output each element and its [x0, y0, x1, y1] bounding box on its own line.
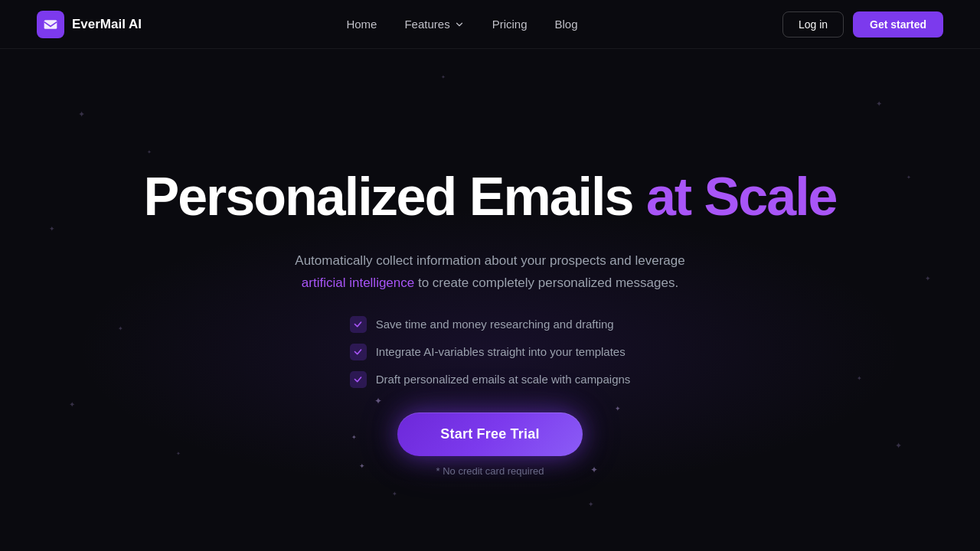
no-credit-card-text: * No credit card required [436, 465, 544, 477]
cta-star-5: ✦ [351, 434, 357, 441]
hero-title-white: Personalized Emails [143, 167, 632, 227]
checklist-label-3: Draft personalized emails at scale with … [376, 373, 631, 386]
cta-star-3: ✦ [359, 462, 365, 470]
deco-star: ✦ [441, 74, 446, 80]
nav-link-blog[interactable]: Blog [555, 18, 578, 31]
deco-star: ✦ [857, 375, 862, 382]
nav-item-features[interactable]: Features [404, 18, 464, 31]
nav-link-home[interactable]: Home [346, 18, 377, 31]
hero-title-purple: at Scale [646, 167, 837, 227]
subtitle-text-before: Automatically collect information about … [295, 253, 684, 268]
nav-link-pricing[interactable]: Pricing [492, 18, 528, 31]
hero-subtitle: Automatically collect information about … [295, 250, 684, 295]
nav-item-pricing[interactable]: Pricing [492, 18, 528, 31]
deco-star: ✦ [147, 149, 152, 155]
nav-actions: Log in Get started [782, 11, 943, 37]
navbar: EverMail AI Home Features Pricing Blog L… [0, 0, 980, 49]
deco-star: ✦ [906, 174, 911, 181]
checklist-item-1: Save time and money researching and draf… [350, 316, 631, 333]
deco-star: ✦ [925, 275, 931, 282]
svg-rect-0 [44, 20, 57, 29]
hero-section: ✦ ✦ ✦ ✦ ✦ ✦ ✦ ✦ ✦ ✦ ✦ ✦ ✦ ✦ Personalized… [0, 49, 980, 551]
cta-button-wrapper: ✦ ✦ ✦ ✦ ✦ Start Free Trial [397, 412, 582, 456]
deco-star: ✦ [876, 99, 882, 108]
feature-checklist: Save time and money researching and draf… [350, 316, 631, 388]
cta-star-2: ✦ [615, 405, 621, 412]
nav-link-features[interactable]: Features [404, 18, 464, 31]
deco-star: ✦ [69, 400, 75, 409]
ai-link[interactable]: artificial intelligence [302, 276, 414, 290]
check-icon-2 [350, 344, 367, 360]
get-started-button[interactable]: Get started [853, 11, 943, 37]
nav-links: Home Features Pricing Blog [346, 18, 577, 31]
nav-item-home[interactable]: Home [346, 18, 377, 31]
deco-star: ✦ [895, 441, 902, 451]
brand-logo[interactable]: EverMail AI [37, 11, 142, 38]
cta-star-4: ✦ [590, 465, 598, 475]
chevron-down-icon [454, 19, 465, 30]
deco-star: ✦ [49, 225, 55, 233]
subtitle-text-after: to create completely personalized messag… [418, 276, 678, 290]
deco-star: ✦ [176, 451, 181, 457]
hero-title: Personalized Emails at Scale [143, 169, 836, 226]
login-button[interactable]: Log in [782, 11, 844, 37]
checklist-label-2: Integrate AI-variables straight into you… [376, 345, 626, 358]
checklist-item-2: Integrate AI-variables straight into you… [350, 344, 631, 360]
brand-name: EverMail AI [72, 17, 142, 32]
check-icon-1 [350, 316, 367, 333]
checklist-item-3: Draft personalized emails at scale with … [350, 371, 631, 388]
logo-icon [37, 11, 64, 38]
cta-area: ✦ ✦ ✦ ✦ ✦ Start Free Trial * No credit c… [397, 412, 582, 477]
nav-item-blog[interactable]: Blog [555, 18, 578, 31]
check-icon-3 [350, 371, 367, 388]
deco-star: ✦ [118, 325, 123, 332]
deco-star: ✦ [78, 109, 85, 119]
start-trial-button[interactable]: Start Free Trial [397, 412, 582, 456]
deco-star: ✦ [588, 500, 594, 508]
checklist-label-1: Save time and money researching and draf… [376, 318, 614, 331]
cta-star-1: ✦ [374, 396, 382, 406]
deco-star: ✦ [392, 491, 397, 497]
